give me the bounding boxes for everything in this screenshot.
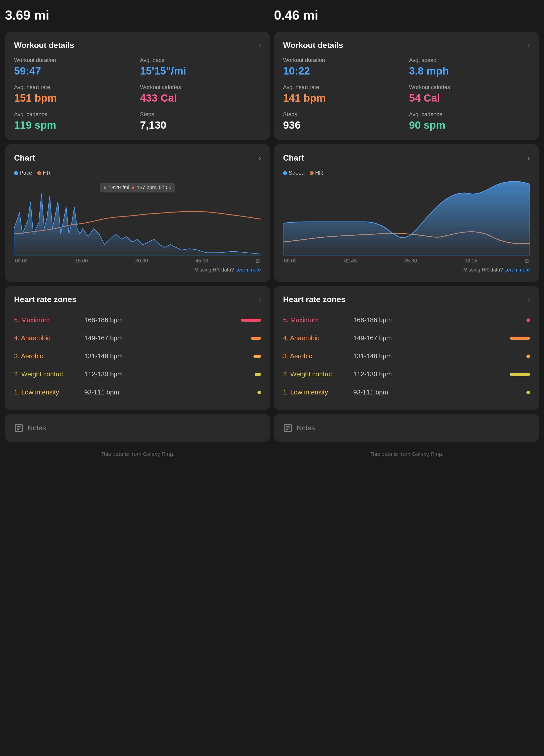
left-chart-chevron[interactable]: › xyxy=(259,154,261,162)
left-notes-card[interactable]: Notes xyxy=(5,414,270,442)
right-zone-4-bpm: 149-167 bpm xyxy=(353,334,510,342)
left-hr-zone-1: 1. Low intensity 93-111 bpm xyxy=(14,383,261,401)
tooltip-pace-dot xyxy=(104,186,106,189)
left-zone-2-bar xyxy=(255,373,261,376)
left-hr-header: Heart rate zones › xyxy=(14,295,261,304)
right-stat-3: Workout calories 54 Cal xyxy=(409,84,530,104)
left-wd-chevron[interactable]: › xyxy=(259,41,261,49)
left-x-labels: 00:00 15:00 30:00 45:00 ⊞ xyxy=(14,258,261,264)
left-zone-1-bpm: 93-111 bpm xyxy=(84,388,257,396)
right-speed-dot xyxy=(283,171,287,175)
left-zone-1-name: 1. Low intensity xyxy=(14,388,84,396)
left-hr-zone-3: 3. Aerobic 131-148 bpm xyxy=(14,347,261,365)
pace-area xyxy=(14,194,261,255)
left-missing-hr: Missing HR data? xyxy=(194,267,234,272)
right-hr-zone-4: 4. Anaerobic 149-167 bpm xyxy=(283,329,530,347)
left-title: 3.69 mi xyxy=(5,5,270,28)
left-notes-label: Notes xyxy=(28,424,46,432)
left-footer-col: This data is from Galaxy Ring. xyxy=(5,446,270,460)
right-chart-footer: Missing HR data? Learn more xyxy=(283,267,530,273)
left-zone-2-name: 2. Weight control xyxy=(14,370,84,378)
left-hr-zone-5: 5. Maximum 168-186 bpm xyxy=(14,311,261,329)
right-chart-svg xyxy=(283,180,530,255)
right-stat-2-value: 141 bpm xyxy=(283,92,404,104)
right-title: 0.46 mi xyxy=(274,5,539,28)
right-notes-card[interactable]: Notes xyxy=(274,414,539,442)
right-hr-zone-5: 5. Maximum 168-186 bpm xyxy=(283,311,530,329)
left-chart-tooltip: 18'29"/mi 157 bpm 57:00 xyxy=(100,183,175,192)
left-chart-area: 18'29"/mi 157 bpm 57:00 xyxy=(14,180,261,255)
right-zone-1-bpm: 93-111 bpm xyxy=(353,388,526,396)
left-chart-legend: Pace HR xyxy=(14,170,261,176)
right-chart-chevron[interactable]: › xyxy=(528,154,530,162)
right-learn-more-link[interactable]: Learn more xyxy=(504,267,530,272)
left-notes-svg xyxy=(14,423,24,433)
left-zone-2-bpm: 112-130 bpm xyxy=(84,370,255,378)
right-stat-5-label: Avg. cadence xyxy=(409,111,530,118)
workout-details-row: Workout details › Workout duration 59:47… xyxy=(5,32,539,140)
right-workout-details-card: Workout details › Workout duration 10:22… xyxy=(274,32,539,140)
left-hr-card: Heart rate zones › 5. Maximum 168-186 bp… xyxy=(5,286,270,410)
right-chart-col: Chart › Speed HR xyxy=(274,144,539,282)
left-stat-2-label: Avg. heart rate xyxy=(14,84,135,91)
notes-row: Notes Notes xyxy=(5,414,539,442)
left-zone-5-bar xyxy=(241,319,261,322)
right-x-0: 00:00 xyxy=(284,258,297,264)
right-zone-5-bpm: 168-186 bpm xyxy=(353,316,526,324)
right-notes-label: Notes xyxy=(297,424,315,432)
right-wd-header: Workout details › xyxy=(283,41,530,50)
left-stat-3-value: 433 Cal xyxy=(140,92,261,104)
right-hr-chevron[interactable]: › xyxy=(528,296,530,304)
right-zone-2-bar xyxy=(510,373,530,376)
right-wd-chevron[interactable]: › xyxy=(528,41,530,49)
right-x-3: 08:15 xyxy=(464,258,477,264)
right-hr-zone-3: 3. Aerobic 131-148 bpm xyxy=(283,347,530,365)
right-x-1: 02:45 xyxy=(344,258,357,264)
left-learn-more-link[interactable]: Learn more xyxy=(235,267,261,272)
tooltip-pace-value: 18'29"/mi xyxy=(109,185,129,190)
left-pace-dot xyxy=(14,171,18,175)
right-hr-card: Heart rate zones › 5. Maximum 168-186 bp… xyxy=(274,286,539,410)
left-stat-2-value: 151 bpm xyxy=(14,92,135,104)
right-stats-grid: Workout duration 10:22 Avg. speed 3.8 mp… xyxy=(283,57,530,131)
right-chart-legend: Speed HR xyxy=(283,170,530,176)
left-zone-3-name: 3. Aerobic xyxy=(14,352,84,360)
right-stat-1-value: 3.8 mph xyxy=(409,65,530,77)
left-zone-3-bar xyxy=(253,355,261,358)
app-container: 3.69 mi 0.46 mi Workout details › Workou… xyxy=(0,0,544,465)
right-zone-2-bpm: 112-130 bpm xyxy=(353,370,510,378)
left-zone-4-bar xyxy=(251,337,261,340)
right-stat-4-label: Steps xyxy=(283,111,404,118)
left-notes-icon xyxy=(14,423,24,433)
right-stat-0-label: Workout duration xyxy=(283,57,404,63)
left-x-1: 15:00 xyxy=(75,258,88,264)
right-stat-4: Steps 936 xyxy=(283,111,404,131)
right-stat-5-value: 90 spm xyxy=(409,119,530,131)
right-zone-2-name: 2. Weight control xyxy=(283,370,353,378)
left-hr-chevron[interactable]: › xyxy=(259,296,261,304)
right-zone-5-bar xyxy=(526,318,530,322)
left-stat-2: Avg. heart rate 151 bpm xyxy=(14,84,135,104)
charts-row: Chart › Pace HR 18'29"/mi xyxy=(5,144,539,282)
right-stat-0: Workout duration 10:22 xyxy=(283,57,404,77)
left-zone-5-bpm: 168-186 bpm xyxy=(84,316,241,324)
right-notes-svg xyxy=(283,423,293,433)
left-stat-3-label: Workout calories xyxy=(140,84,261,91)
right-stat-5: Avg. cadence 90 spm xyxy=(409,111,530,131)
right-x-2: 05:30 xyxy=(404,258,417,264)
right-speed-area xyxy=(283,181,530,255)
right-zone-1-bar xyxy=(526,391,530,394)
right-zone-4-bar xyxy=(510,337,530,340)
left-hr-zone-4: 4. Anaerobic 149-167 bpm xyxy=(14,329,261,347)
left-stat-5-label: Steps xyxy=(140,111,261,118)
left-stat-1-label: Avg. pace xyxy=(140,57,261,63)
right-legend-speed: Speed xyxy=(283,170,305,176)
right-notes-icon xyxy=(283,423,293,433)
right-legend-hr: HR xyxy=(310,170,323,176)
left-footer: This data is from Galaxy Ring. xyxy=(5,446,270,460)
right-hr-col: Heart rate zones › 5. Maximum 168-186 bp… xyxy=(274,286,539,410)
right-hr-title: Heart rate zones xyxy=(283,295,346,304)
tooltip-time-value: 57:00 xyxy=(159,185,171,190)
right-zone-3-bar xyxy=(526,355,530,358)
right-hr-header: Heart rate zones › xyxy=(283,295,530,304)
